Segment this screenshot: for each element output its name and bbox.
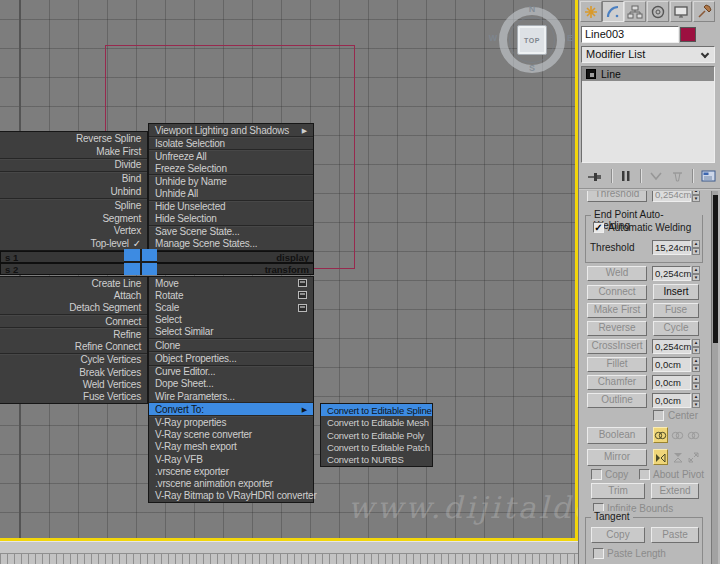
menu-item-unfreeze-all[interactable]: Unfreeze All (149, 150, 313, 162)
menu-item-refine-connect[interactable]: Refine Connect (0, 340, 147, 353)
menu-item-convert-nurbs[interactable]: Convert to NURBS (321, 454, 432, 466)
mirror-vertical-icon[interactable] (670, 449, 685, 465)
stack-item-line[interactable]: Line (582, 67, 714, 81)
quad-titlebar-tools2-transform[interactable]: s 2 transform (0, 263, 314, 275)
copy-checkbox[interactable] (591, 469, 602, 480)
menu-item-rotate[interactable]: Rotate (149, 289, 313, 301)
extend-button[interactable]: Extend (651, 483, 699, 499)
configure-modifier-sets-icon[interactable] (701, 169, 717, 183)
settings-box-icon[interactable] (298, 304, 307, 312)
tab-modify[interactable] (602, 1, 624, 22)
cross-insert-spinner[interactable]: ▲▼ (692, 339, 700, 354)
weld-spinner[interactable]: ▲▼ (692, 266, 700, 281)
spinner-down-icon[interactable]: ▼ (692, 195, 700, 203)
menu-item-hide-unselected[interactable]: Hide Unselected (149, 201, 313, 213)
spinner-down-icon[interactable]: ▼ (692, 347, 700, 355)
menu-item-manage-scene-states[interactable]: Manage Scene States... (149, 238, 313, 250)
quad-titlebar-tools1-display[interactable]: s 1 display (0, 251, 314, 263)
menu-item-wire-parameters[interactable]: Wire Parameters... (149, 390, 313, 403)
spinner-down-icon[interactable]: ▼ (692, 365, 700, 373)
menu-item-unbind[interactable]: Unbind (0, 185, 147, 199)
menu-item-convert-editable-patch[interactable]: Convert to Editable Patch (321, 441, 432, 453)
timeline-track[interactable] (0, 553, 578, 564)
threshold-spinner[interactable]: ▲▼ (692, 240, 700, 255)
insert-button[interactable]: Insert (653, 284, 699, 300)
fillet-button[interactable]: Fillet (587, 357, 647, 372)
menu-item-vrscene-exporter[interactable]: .vrscene exporter (149, 465, 313, 477)
menu-item-convert-to[interactable]: Convert To:▶ (149, 403, 313, 416)
menu-item-fuse-vertices[interactable]: Fuse Vertices (0, 391, 147, 403)
menu-item-unhide-all[interactable]: Unhide All (149, 187, 313, 200)
automatic-welding-checkbox[interactable]: ✓ (593, 222, 604, 233)
make-unique-icon[interactable] (649, 169, 663, 183)
outline-field[interactable]: 0,0cm (652, 393, 691, 408)
menu-item-vrscene-animation-exporter[interactable]: .vrscene animation exporter (149, 478, 313, 490)
menu-item-bind[interactable]: Bind (0, 172, 147, 185)
cross-insert-button[interactable]: CrossInsert (587, 339, 647, 354)
menu-item-curve-editor[interactable]: Curve Editor... (149, 366, 313, 378)
menu-item-save-scene-state[interactable]: Save Scene State... (149, 226, 313, 238)
menu-item-dope-sheet[interactable]: Dope Sheet... (149, 378, 313, 390)
tangent-copy-button[interactable]: Copy (591, 527, 645, 543)
menu-item-move[interactable]: Move (149, 277, 313, 289)
chamfer-field[interactable]: 0,0cm (652, 375, 691, 390)
outline-spinner[interactable]: ▲▼ (692, 393, 700, 408)
cycle-button[interactable]: Cycle (653, 321, 699, 336)
tab-hierarchy[interactable] (624, 1, 646, 22)
modifier-stack[interactable]: Line (581, 66, 715, 163)
cross-insert-field[interactable]: 0,254cm (652, 339, 691, 354)
fillet-spinner[interactable]: ▲▼ (692, 357, 700, 372)
menu-item-clone[interactable]: Clone (149, 339, 313, 352)
menu-item-isolate-selection[interactable]: Isolate Selection (149, 137, 313, 150)
menu-item-reverse-spline[interactable]: Reverse Spline (0, 132, 147, 145)
chamfer-button[interactable]: Chamfer (587, 375, 647, 390)
settings-box-icon[interactable] (298, 291, 307, 299)
menu-item-connect[interactable]: Connect (0, 315, 147, 328)
spinner-down-icon[interactable]: ▼ (692, 248, 700, 256)
spinner-up-icon[interactable]: ▲ (692, 266, 700, 274)
fillet-field[interactable]: 0,0cm (652, 357, 691, 372)
menu-item-make-first[interactable]: Make First (0, 145, 147, 159)
center-checkbox[interactable] (653, 410, 664, 421)
viewcube-top-face[interactable]: TOP (517, 25, 547, 55)
menu-item-attach[interactable]: Attach (0, 289, 147, 301)
menu-item-select-similar[interactable]: Select Similar (149, 326, 313, 339)
menu-item-vray-mesh-export[interactable]: V-Ray mesh export (149, 441, 313, 453)
outline-button[interactable]: Outline (587, 393, 647, 408)
object-color-swatch[interactable] (680, 27, 696, 42)
menu-item-vertex[interactable]: Vertex (0, 224, 147, 237)
menu-item-viewport-lighting[interactable]: Viewport Lighting and Shadows▶ (149, 124, 313, 137)
rollout-scrollbar[interactable] (711, 191, 718, 564)
spinner-down-icon[interactable]: ▼ (692, 401, 700, 409)
menu-item-vray-vfb[interactable]: V-Ray VFB (149, 453, 313, 465)
threshold-value-clipped[interactable]: 0,254cm (652, 191, 691, 202)
spinner-up-icon[interactable]: ▲ (692, 240, 700, 248)
menu-item-cycle-vertices[interactable]: Cycle Vertices (0, 354, 147, 366)
spinner-up-icon[interactable]: ▲ (692, 375, 700, 383)
reverse-button[interactable]: Reverse (587, 321, 647, 336)
boolean-subtract-icon[interactable] (670, 427, 685, 443)
trim-button[interactable]: Trim (591, 483, 645, 499)
spinner-down-icon[interactable]: ▼ (692, 274, 700, 282)
menu-item-select[interactable]: Select (149, 314, 313, 326)
menu-item-weld-vertices[interactable]: Weld Vertices (0, 378, 147, 390)
object-name-input[interactable]: Line003 (581, 26, 679, 43)
menu-item-convert-editable-spline[interactable]: Convert to Editable Spline (321, 404, 432, 416)
menu-item-detach-segment[interactable]: Detach Segment (0, 302, 147, 315)
menu-item-vray-scene-converter[interactable]: V-Ray scene converter (149, 429, 313, 441)
menu-item-convert-editable-poly[interactable]: Convert to Editable Poly (321, 429, 432, 441)
menu-item-unhide-by-name[interactable]: Unhide by Name (149, 175, 313, 187)
chamfer-spinner[interactable]: ▲▼ (692, 375, 700, 390)
tab-utilities[interactable] (693, 1, 715, 22)
menu-item-break-vertices[interactable]: Break Vertices (0, 366, 147, 378)
tangent-paste-button[interactable]: Paste (651, 527, 699, 543)
settings-box-icon[interactable] (298, 279, 307, 287)
mirror-both-icon[interactable] (686, 449, 701, 465)
about-pivot-checkbox[interactable] (639, 469, 650, 480)
menu-item-object-properties[interactable]: Object Properties... (149, 352, 313, 365)
spinner[interactable]: ▲▼ (692, 191, 700, 202)
pin-stack-icon[interactable] (587, 169, 603, 183)
boolean-union-icon[interactable] (653, 427, 668, 443)
mirror-horizontal-icon[interactable] (653, 449, 668, 465)
menu-item-segment[interactable]: Segment (0, 212, 147, 225)
